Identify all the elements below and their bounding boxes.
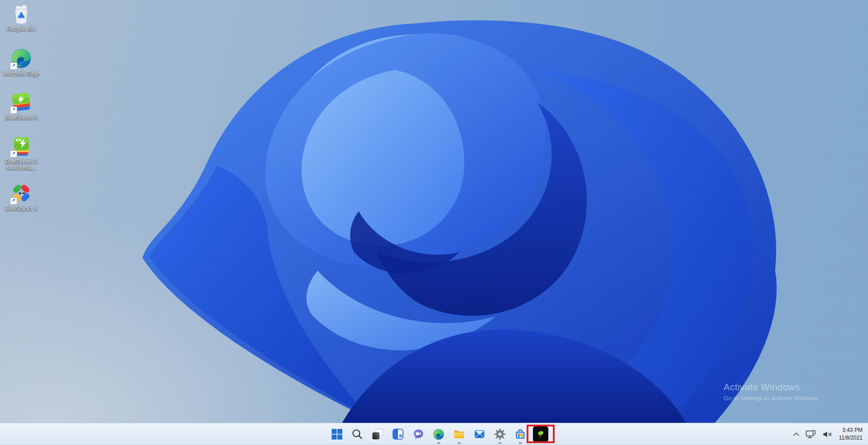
shortcut-arrow-overlay: ↗: [10, 62, 17, 70]
desktop-icon-label: Microsoft Edge: [0, 71, 42, 77]
desktop-icon-microsoft-edge[interactable]: ↗ Microsoft Edge: [0, 48, 42, 77]
taskbar: 3:43 PM 11/8/2021: [0, 423, 868, 445]
edge-browser-button[interactable]: [428, 423, 449, 445]
bluestacks5-multi-instance-icon: ↗: [10, 135, 32, 157]
desktop-icon-bluestacks-5[interactable]: ↗ BlueStacks 5: [0, 91, 42, 121]
windows-logo-icon: [331, 428, 343, 440]
desktop-icon-recycle-bin[interactable]: ↗ Recycle Bin: [0, 3, 42, 32]
mail-button[interactable]: [469, 423, 489, 445]
network-icon[interactable]: [805, 429, 818, 440]
desktop-icon-bluestacks-x[interactable]: ↗ BlueStacks X: [0, 182, 42, 212]
bluestacks5-icon: ↗: [10, 91, 32, 113]
taskbar-clock[interactable]: 3:43 PM 11/8/2021: [839, 426, 863, 442]
windows-bloom-artwork: [121, 15, 783, 426]
hidden-icons-chevron[interactable]: [792, 431, 801, 437]
search-button[interactable]: [347, 423, 367, 445]
start-button[interactable]: [326, 423, 347, 445]
file-explorer-icon: [453, 428, 465, 440]
volume-muted-icon[interactable]: [822, 430, 833, 439]
shortcut-arrow-overlay: ↗: [10, 106, 17, 114]
settings-button[interactable]: [489, 423, 510, 445]
chat-button[interactable]: [408, 423, 428, 445]
microsoft-store-icon: [514, 428, 526, 440]
widgets-icon: [392, 428, 404, 440]
bluestacks-x-icon: ↗: [10, 182, 32, 204]
running-indicator: [437, 442, 440, 444]
system-tray: 3:43 PM 11/8/2021: [792, 423, 868, 445]
search-icon: [351, 428, 363, 440]
desktop-wallpaper: [0, 0, 868, 445]
task-view-icon: [372, 428, 384, 440]
microsoft-store-button[interactable]: [510, 423, 530, 445]
mail-icon: [474, 428, 485, 440]
widgets-button[interactable]: [388, 423, 408, 445]
watermark-subtitle: Go to Settings to activate Windows.: [724, 395, 820, 402]
running-indicator: [498, 442, 501, 444]
task-view-button[interactable]: [367, 423, 388, 445]
teams-chat-icon: [412, 428, 424, 440]
bluestacks-app-icon: [533, 426, 548, 442]
desktop-icon-label: BlueStacks 5 Multi-Insta...: [0, 158, 42, 171]
desktop-icon-label: Recycle Bin: [0, 26, 42, 32]
shortcut-arrow-overlay: ↗: [10, 197, 17, 205]
bluestacks-app-button[interactable]: [530, 423, 551, 445]
running-indicator: [518, 442, 522, 444]
file-explorer-button[interactable]: [449, 423, 469, 445]
activate-windows-watermark: Activate Windows Go to Settings to activ…: [724, 382, 820, 402]
shortcut-arrow-overlay: ↗: [10, 150, 17, 158]
watermark-title: Activate Windows: [724, 382, 820, 392]
edge-icon: [432, 428, 445, 440]
clock-time: 3:43 PM: [839, 426, 863, 434]
recycle-bin-icon: ↗: [10, 3, 32, 24]
desktop-icon-label: BlueStacks 5: [0, 115, 42, 121]
desktop-icon-label: BlueStacks X: [0, 206, 42, 212]
clock-date: 11/8/2021: [839, 434, 863, 442]
edge-icon: ↗: [10, 48, 32, 69]
taskbar-center-group: [326, 423, 551, 445]
desktop-icon-bluestacks-5-multi-instance[interactable]: ↗ BlueStacks 5 Multi-Insta...: [0, 135, 42, 171]
gear-icon: [494, 428, 506, 440]
running-indicator: [457, 442, 460, 444]
